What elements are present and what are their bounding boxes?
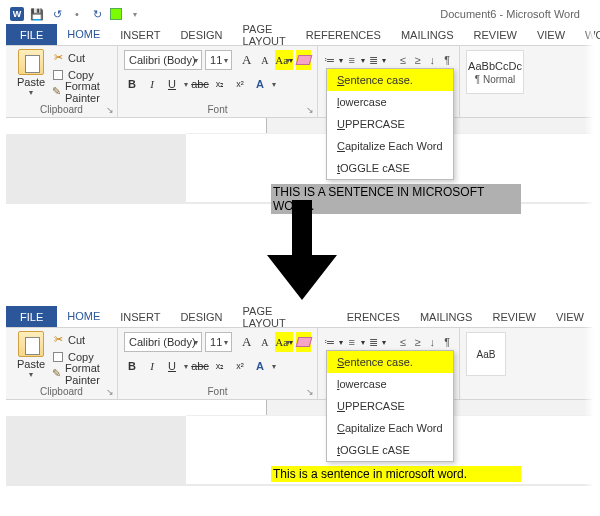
- result-text[interactable]: This is a sentence in microsoft word.: [271, 466, 521, 482]
- bullets-button[interactable]: ≔: [324, 52, 336, 68]
- bullets-button[interactable]: ≔: [324, 334, 336, 350]
- shrink-font-button[interactable]: A: [257, 50, 272, 70]
- undo-icon[interactable]: ↺: [50, 7, 64, 21]
- tab-mailings[interactable]: MAILINGS: [410, 306, 483, 327]
- change-case-button[interactable]: Aa▾: [275, 50, 293, 70]
- clear-formatting-button[interactable]: [296, 332, 311, 352]
- tab-page-layout[interactable]: PAGE LAYOUT: [233, 306, 317, 327]
- effects-split-icon[interactable]: ▾: [272, 362, 276, 371]
- menu-sentence-case[interactable]: Sentence case.: [327, 69, 453, 91]
- multilevel-button[interactable]: ≣: [368, 334, 380, 350]
- cut-button[interactable]: ✂Cut: [52, 331, 111, 348]
- sort-button[interactable]: ↓: [426, 52, 438, 68]
- tab-design[interactable]: DESIGN: [170, 306, 232, 327]
- tab-home[interactable]: HOME: [57, 24, 110, 45]
- underline-button[interactable]: U: [164, 75, 180, 93]
- numbering-button[interactable]: ≡: [346, 52, 358, 68]
- format-painter-button[interactable]: ✎Format Painter: [52, 365, 111, 382]
- text-effects-button[interactable]: A: [252, 357, 268, 375]
- style-normal[interactable]: AaBbCcDc ¶ Normal: [466, 50, 524, 94]
- tab-references[interactable]: ERENCES: [317, 306, 410, 327]
- save-icon[interactable]: 💾: [30, 7, 44, 21]
- clipboard-launcher-icon[interactable]: ↘: [105, 387, 115, 397]
- underline-split-icon[interactable]: ▾: [184, 80, 188, 89]
- show-marks-button[interactable]: ¶: [441, 334, 453, 350]
- clipboard-launcher-icon[interactable]: ↘: [105, 105, 115, 115]
- tab-file[interactable]: FILE: [6, 306, 57, 327]
- paste-button[interactable]: Paste ▾: [12, 331, 50, 379]
- subscript-button[interactable]: x₂: [212, 357, 228, 375]
- menu-capitalize-each[interactable]: Capitalize Each Word: [327, 135, 453, 157]
- numbering-button[interactable]: ≡: [346, 334, 358, 350]
- menu-capitalize-each[interactable]: Capitalize Each Word: [327, 417, 453, 439]
- qat-dropdown-icon[interactable]: ▾: [128, 7, 142, 21]
- text-effects-button[interactable]: A: [252, 75, 268, 93]
- paste-split-icon[interactable]: ▾: [29, 370, 33, 379]
- style-normal[interactable]: AaB: [466, 332, 506, 376]
- underline-split-icon[interactable]: ▾: [184, 362, 188, 371]
- tab-home[interactable]: HOME: [57, 306, 110, 327]
- tab-review[interactable]: REVIEW: [482, 306, 545, 327]
- bold-button[interactable]: B: [124, 75, 140, 93]
- copy-icon: [52, 69, 64, 81]
- font-name-select[interactable]: Calibri (Body): [124, 332, 202, 352]
- menu-lowercase[interactable]: lowercase: [327, 373, 453, 395]
- menu-uppercase[interactable]: UPPERCASE: [327, 395, 453, 417]
- tab-view[interactable]: VIEW: [546, 306, 594, 327]
- underline-button[interactable]: U: [164, 357, 180, 375]
- tab-insert[interactable]: INSERT: [110, 24, 170, 45]
- redo-icon[interactable]: ↻: [90, 7, 104, 21]
- italic-button[interactable]: I: [144, 75, 160, 93]
- tab-page-layout[interactable]: PAGE LAYOUT: [233, 24, 296, 45]
- clear-formatting-button[interactable]: [296, 50, 311, 70]
- chevron-down-icon: ▾: [289, 56, 293, 65]
- show-marks-button[interactable]: ¶: [441, 52, 453, 68]
- document-area[interactable]: THIS IS A SENTENCE IN MICROSOFT WORD.: [6, 134, 594, 204]
- tab-file[interactable]: FILE: [6, 24, 57, 45]
- font-name-select[interactable]: Calibri (Body): [124, 50, 202, 70]
- tab-mailings[interactable]: MAILINGS: [391, 24, 464, 45]
- font-size-select[interactable]: 11: [205, 50, 232, 70]
- superscript-button[interactable]: x²: [232, 75, 248, 93]
- group-clipboard: Paste ▾ ✂Cut Copy ✎Format Painter Clipbo…: [6, 328, 118, 399]
- color-swatch[interactable]: [110, 8, 122, 20]
- paste-split-icon[interactable]: ▾: [29, 88, 33, 97]
- shrink-font-button[interactable]: A: [257, 332, 272, 352]
- menu-toggle-case[interactable]: tOGGLE cASE: [327, 157, 453, 179]
- grow-font-button[interactable]: A: [239, 332, 254, 352]
- multilevel-button[interactable]: ≣: [368, 52, 380, 68]
- menu-toggle-case[interactable]: tOGGLE cASE: [327, 439, 453, 461]
- font-launcher-icon[interactable]: ↘: [305, 105, 315, 115]
- superscript-button[interactable]: x²: [232, 357, 248, 375]
- copy-icon: [52, 351, 64, 363]
- bold-button[interactable]: B: [124, 357, 140, 375]
- sort-button[interactable]: ↓: [426, 334, 438, 350]
- increase-indent-button[interactable]: ≥: [412, 334, 424, 350]
- tab-worldox[interactable]: WORLDOX: [575, 24, 600, 45]
- tab-insert[interactable]: INSERT: [110, 306, 170, 327]
- decrease-indent-button[interactable]: ≤: [397, 334, 409, 350]
- change-case-button[interactable]: Aa▾: [275, 332, 293, 352]
- strike-button[interactable]: abc: [192, 75, 208, 93]
- subscript-button[interactable]: x₂: [212, 75, 228, 93]
- menu-lowercase[interactable]: lowercase: [327, 91, 453, 113]
- format-painter-label: Format Painter: [65, 80, 111, 104]
- tab-review[interactable]: REVIEW: [464, 24, 527, 45]
- tab-view[interactable]: VIEW: [527, 24, 575, 45]
- format-painter-button[interactable]: ✎ Format Painter: [52, 83, 111, 100]
- cut-button[interactable]: ✂ Cut: [52, 49, 111, 66]
- strike-button[interactable]: abc: [192, 357, 208, 375]
- menu-uppercase[interactable]: UPPERCASE: [327, 113, 453, 135]
- effects-split-icon[interactable]: ▾: [272, 80, 276, 89]
- italic-button[interactable]: I: [144, 357, 160, 375]
- font-size-select[interactable]: 11: [205, 332, 232, 352]
- menu-sentence-case[interactable]: Sentence case.: [327, 351, 453, 373]
- decrease-indent-button[interactable]: ≤: [397, 52, 409, 68]
- document-area[interactable]: This is a sentence in microsoft word.: [6, 416, 594, 486]
- increase-indent-button[interactable]: ≥: [412, 52, 424, 68]
- tab-design[interactable]: DESIGN: [170, 24, 232, 45]
- font-launcher-icon[interactable]: ↘: [305, 387, 315, 397]
- paste-button[interactable]: Paste ▾: [12, 49, 50, 97]
- tab-references[interactable]: REFERENCES: [296, 24, 391, 45]
- grow-font-button[interactable]: A: [239, 50, 254, 70]
